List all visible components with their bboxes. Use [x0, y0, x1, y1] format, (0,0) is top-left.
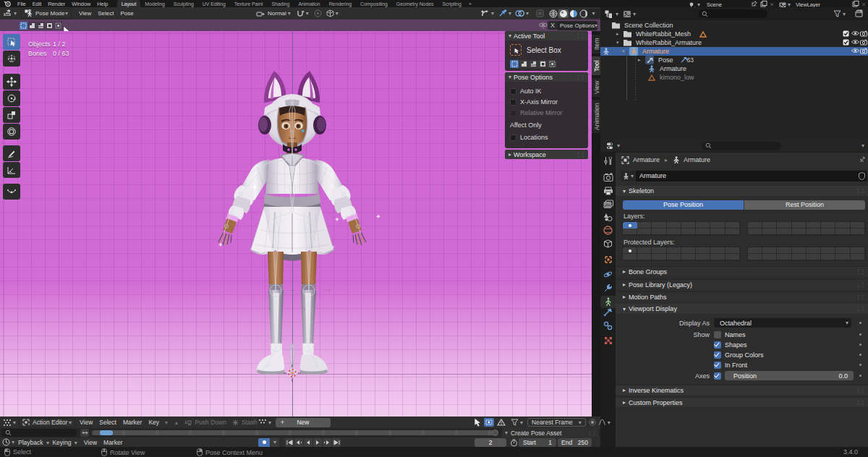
- svg-text:Y: Y: [268, 307, 271, 312]
- svg-text:—x: —x: [288, 288, 294, 292]
- svg-text:Y: Y: [303, 307, 306, 312]
- svg-text:—x: —x: [324, 288, 331, 292]
